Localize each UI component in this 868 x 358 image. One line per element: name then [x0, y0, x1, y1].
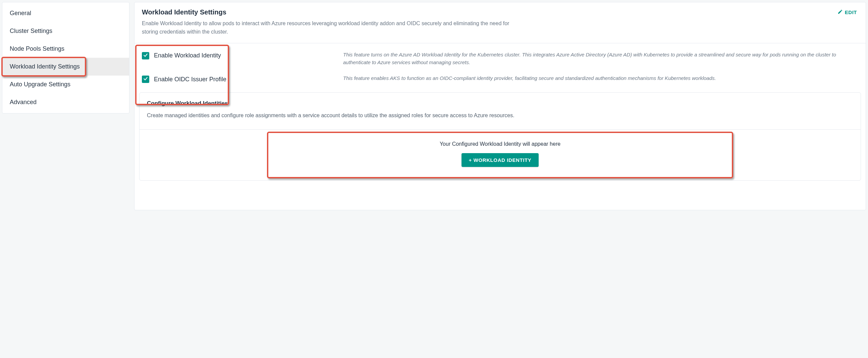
section-description: Enable Workload Identity to allow pods t… [142, 20, 511, 36]
sidebar-item-cluster-settings[interactable]: Cluster Settings [2, 22, 129, 40]
option-control: Enable OIDC Issuer Profile [142, 72, 330, 87]
pencil-icon [837, 9, 843, 16]
options-block: Enable Workload Identity This feature tu… [134, 43, 866, 89]
card-description: Create managed identities and configure … [147, 111, 853, 127]
edit-button-label: EDIT [845, 9, 857, 15]
card-body: Your Configured Workload Identity will a… [140, 129, 861, 180]
settings-sidebar: General Cluster Settings Node Pools Sett… [2, 2, 129, 113]
option-control: Enable Workload Identity [142, 48, 330, 63]
sidebar-item-node-pools-settings[interactable]: Node Pools Settings [2, 40, 129, 58]
add-workload-identity-button[interactable]: + WORKLOAD IDENTITY [462, 153, 539, 167]
sidebar-item-label: Auto Upgrade Settings [10, 81, 70, 88]
empty-state-text: Your Configured Workload Identity will a… [440, 141, 560, 147]
section-header: Workload Identity Settings Enable Worklo… [134, 2, 866, 43]
sidebar-item-label: Node Pools Settings [10, 45, 64, 52]
card-title: Configure Workload Identities [147, 100, 853, 107]
sidebar-item-auto-upgrade-settings[interactable]: Auto Upgrade Settings [2, 76, 129, 93]
option-label: Enable Workload Identity [154, 52, 221, 59]
section-title: Workload Identity Settings [142, 8, 858, 16]
check-icon [143, 76, 148, 83]
sidebar-item-advanced[interactable]: Advanced [2, 93, 129, 111]
checkbox-enable-oidc-issuer[interactable] [142, 76, 149, 83]
option-description: This feature enables AKS to function as … [343, 72, 858, 85]
edit-button[interactable]: EDIT [837, 9, 857, 16]
option-row-workload-identity: Enable Workload Identity This feature tu… [142, 48, 858, 69]
check-icon [143, 52, 148, 59]
configure-identities-card: Configure Workload Identities Create man… [139, 92, 861, 181]
sidebar-item-label: Workload Identity Settings [10, 63, 80, 70]
checkbox-enable-workload-identity[interactable] [142, 52, 149, 59]
card-header: Configure Workload Identities Create man… [140, 93, 861, 129]
sidebar-item-general[interactable]: General [2, 4, 129, 22]
sidebar-item-label: Advanced [10, 99, 36, 106]
option-description: This feature turns on the Azure AD Workl… [343, 48, 858, 69]
sidebar-item-label: Cluster Settings [10, 28, 52, 34]
option-label: Enable OIDC Issuer Profile [154, 76, 226, 83]
settings-main-panel: Workload Identity Settings Enable Worklo… [134, 2, 866, 210]
sidebar-item-label: General [10, 10, 31, 17]
sidebar-item-workload-identity-settings[interactable]: Workload Identity Settings [2, 58, 129, 76]
option-row-oidc-issuer: Enable OIDC Issuer Profile This feature … [142, 72, 858, 87]
settings-layout: General Cluster Settings Node Pools Sett… [2, 2, 866, 210]
